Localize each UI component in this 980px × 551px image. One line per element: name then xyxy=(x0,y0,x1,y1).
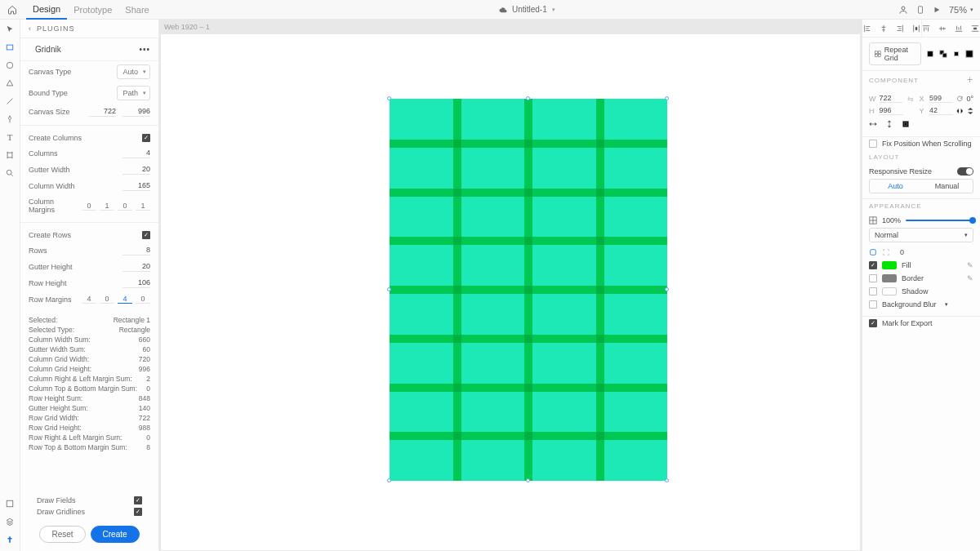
x-input[interactable]: 599 xyxy=(929,94,953,103)
opacity-icon xyxy=(869,216,877,224)
tab-design[interactable]: Design xyxy=(26,0,67,20)
artboard-tool-icon[interactable] xyxy=(5,150,15,160)
plugins-icon[interactable] xyxy=(5,535,15,544)
polygon-tool-icon[interactable] xyxy=(5,78,15,88)
layers-icon[interactable] xyxy=(5,517,15,527)
play-icon[interactable] xyxy=(933,6,941,14)
svg-rect-13 xyxy=(942,53,947,57)
column-margins-inputs[interactable]: 0101 xyxy=(82,202,150,211)
align-distv-icon[interactable] xyxy=(971,24,979,33)
fix-position-checkbox[interactable] xyxy=(869,140,877,148)
responsive-toggle[interactable] xyxy=(957,167,973,176)
pen-tool-icon[interactable] xyxy=(5,114,15,124)
fill-checkbox[interactable]: ✓ xyxy=(869,261,877,269)
intersect-op-icon[interactable] xyxy=(952,50,960,58)
gutter-width-input[interactable]: 20 xyxy=(122,165,150,175)
fill-swatch[interactable] xyxy=(882,261,897,269)
row-height-input[interactable]: 106 xyxy=(122,278,150,288)
canvas-type-select[interactable]: Auto xyxy=(117,64,150,79)
line-tool-icon[interactable] xyxy=(5,96,15,106)
svg-rect-6 xyxy=(7,500,13,507)
resize-mode-segment[interactable]: AutoManual xyxy=(869,179,973,193)
text-tool-icon[interactable]: T xyxy=(5,132,15,142)
left-toolbar: T xyxy=(0,20,20,551)
shadow-swatch[interactable] xyxy=(882,287,897,295)
home-icon[interactable] xyxy=(7,4,18,16)
align-right-icon[interactable] xyxy=(896,24,904,33)
width-input[interactable]: 722 xyxy=(880,94,903,103)
align-vcenter-icon[interactable] xyxy=(938,24,947,33)
reset-button[interactable]: Reset xyxy=(39,526,85,543)
align-left-icon[interactable] xyxy=(863,24,871,33)
grid-rectangle[interactable] xyxy=(390,99,667,481)
row-margins-inputs[interactable]: 4040 xyxy=(82,295,150,304)
canvas-area[interactable]: Web 1920 – 1 xyxy=(159,20,862,551)
svg-rect-14 xyxy=(955,52,959,56)
responsive-v-icon[interactable] xyxy=(885,120,893,128)
opacity-input[interactable]: 100% xyxy=(882,216,901,224)
canvas-h-input[interactable]: 996 xyxy=(122,107,150,117)
select-tool-icon[interactable] xyxy=(5,24,15,34)
responsive-h-icon[interactable] xyxy=(869,120,877,128)
svg-rect-2 xyxy=(7,45,13,50)
create-button[interactable]: Create xyxy=(91,526,140,543)
flip-h-icon[interactable] xyxy=(956,107,964,115)
fill-eyedropper-icon[interactable]: ✎ xyxy=(967,261,973,269)
rotate-icon[interactable] xyxy=(956,95,964,103)
cloud-icon xyxy=(499,6,507,14)
back-icon[interactable]: ‹ xyxy=(29,24,32,33)
device-icon[interactable] xyxy=(916,5,924,15)
avatar-icon[interactable] xyxy=(898,5,908,15)
ellipse-tool-icon[interactable] xyxy=(5,60,15,70)
subtract-op-icon[interactable] xyxy=(939,50,947,58)
align-top-icon[interactable] xyxy=(922,24,930,33)
exclude-op-icon[interactable] xyxy=(965,50,973,58)
repeat-grid-icon xyxy=(875,50,881,58)
artboard[interactable] xyxy=(161,34,860,550)
doc-title[interactable]: Untitled-1 ▾ xyxy=(156,5,898,14)
border-swatch[interactable] xyxy=(882,274,897,282)
responsive-both-icon[interactable] xyxy=(902,120,910,128)
corner-radius-input[interactable]: 0 xyxy=(900,248,904,256)
blur-checkbox[interactable] xyxy=(869,300,877,309)
rows-input[interactable]: 8 xyxy=(122,246,150,256)
column-width-input[interactable]: 165 xyxy=(122,181,150,191)
assets-icon[interactable] xyxy=(5,499,15,509)
corner-same-icon[interactable] xyxy=(869,248,877,256)
draw-gridlines-checkbox[interactable]: ✓ xyxy=(134,508,142,516)
draw-fields-checkbox[interactable]: ✓ xyxy=(134,496,142,504)
height-input[interactable]: 996 xyxy=(880,106,903,115)
border-checkbox[interactable] xyxy=(869,274,877,282)
add-component-icon[interactable]: + xyxy=(967,74,973,86)
tab-share[interactable]: Share xyxy=(118,0,155,20)
artboard-label[interactable]: Web 1920 – 1 xyxy=(164,23,210,31)
canvas-w-input[interactable]: 722 xyxy=(88,107,116,117)
svg-rect-7 xyxy=(875,51,878,54)
corner-indep-icon[interactable] xyxy=(882,248,890,256)
add-op-icon[interactable] xyxy=(926,50,934,58)
zoom-tool-icon[interactable] xyxy=(5,168,15,178)
export-checkbox[interactable]: ✓ xyxy=(869,319,877,327)
flip-v-icon[interactable] xyxy=(967,107,974,115)
zoom-control[interactable]: 75%▾ xyxy=(949,5,973,15)
align-hcenter-icon[interactable] xyxy=(880,24,888,33)
columns-input[interactable]: 4 xyxy=(122,149,150,158)
opacity-slider[interactable] xyxy=(906,220,973,221)
bound-type-select[interactable]: Path xyxy=(117,86,150,100)
plugin-panel: ‹ PLUGINS Gridnik ••• Canvas TypeAuto Bo… xyxy=(20,20,159,551)
gutter-height-input[interactable]: 20 xyxy=(122,262,150,272)
border-eyedropper-icon[interactable]: ✎ xyxy=(967,274,973,282)
create-rows-checkbox[interactable]: ✓ xyxy=(142,231,150,239)
shadow-checkbox[interactable] xyxy=(869,287,877,295)
tab-prototype[interactable]: Prototype xyxy=(67,0,118,20)
blend-mode-select[interactable]: Normal▾ xyxy=(869,228,973,242)
repeat-grid-button[interactable]: Repeat Grid xyxy=(869,42,921,65)
plugin-menu-icon[interactable]: ••• xyxy=(139,45,150,54)
align-dist-icon[interactable] xyxy=(912,24,920,33)
align-bottom-icon[interactable] xyxy=(955,24,963,33)
rectangle-tool-icon[interactable] xyxy=(5,42,15,52)
create-columns-checkbox[interactable]: ✓ xyxy=(142,134,150,142)
chevron-down-icon[interactable]: ▾ xyxy=(945,301,948,308)
svg-rect-1 xyxy=(918,6,922,12)
y-input[interactable]: 42 xyxy=(929,106,953,115)
